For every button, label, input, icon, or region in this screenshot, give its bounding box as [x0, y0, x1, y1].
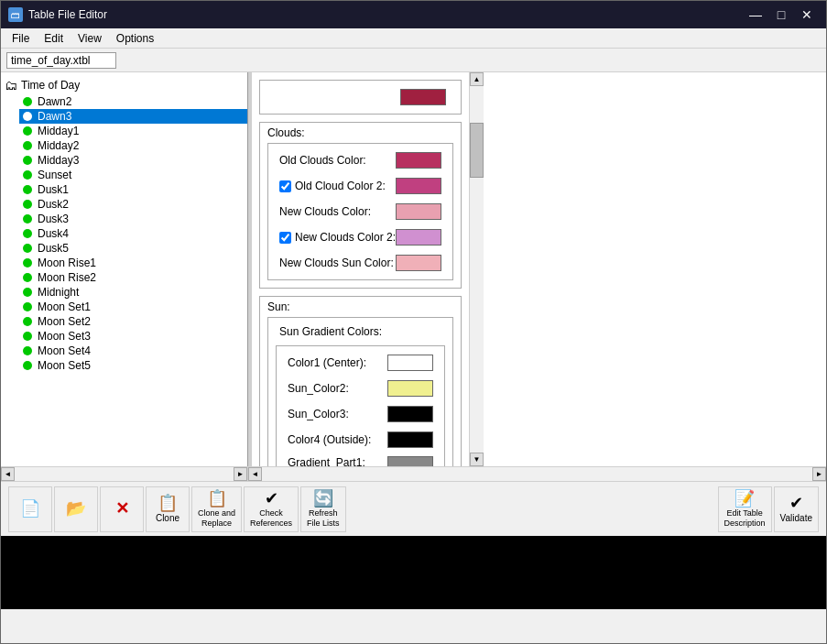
h-scroll-content-right[interactable]: ► [812, 467, 826, 481]
old-clouds-color-swatch[interactable] [396, 152, 441, 169]
tree-item-label: Moon Set2 [38, 315, 91, 328]
tree-item-label: Moon Set3 [38, 330, 91, 343]
delete-icon: ✕ [115, 500, 129, 517]
sun-color2-label: Sun_Color2: [288, 382, 387, 395]
tree-item[interactable]: Moon Set4 [19, 344, 247, 358]
h-scroll-content-left[interactable]: ◄ [248, 467, 262, 481]
tree-item-label: Moon Rise1 [38, 257, 96, 269]
color1-center-swatch[interactable] [387, 355, 433, 371]
tree-item-dot [23, 273, 32, 282]
field-old-clouds-color: Old Clouds Color: [272, 147, 449, 173]
field-new-clouds-color: New Clouds Color: [272, 199, 449, 224]
new-button[interactable]: 📄 [8, 486, 52, 532]
tree-item[interactable]: Dawn2 [19, 94, 247, 109]
tree-item-dot [23, 156, 32, 165]
tree-item-dot [23, 126, 32, 136]
old-cloud-color2-swatch[interactable] [396, 178, 441, 194]
open-button[interactable]: 📂 [54, 486, 98, 532]
tree-item[interactable]: Moon Set5 [19, 358, 247, 373]
tree-item-dot [23, 244, 32, 253]
menu-view[interactable]: View [71, 30, 109, 47]
tree-item[interactable]: Sunset [19, 168, 247, 182]
tree-item-label: Sunset [38, 169, 71, 181]
menu-options[interactable]: Options [109, 30, 161, 47]
color4-outside-swatch[interactable] [387, 431, 433, 448]
new-clouds-color2-checkbox-label[interactable]: New Clouds Color 2: [279, 231, 396, 244]
tree-items: Dawn2Dawn3Midday1Midday2Midday3SunsetDus… [1, 94, 247, 373]
scroll-up-button[interactable]: ▲ [470, 72, 484, 86]
tree-expand-icon: 🗂 [5, 78, 17, 93]
menu-file[interactable]: File [5, 30, 37, 47]
file-name-input[interactable] [6, 52, 116, 69]
gradient-part1-swatch[interactable] [387, 456, 433, 466]
tree-item[interactable]: Midday2 [19, 138, 247, 153]
tree-item[interactable]: Dusk3 [19, 212, 247, 226]
tree-item[interactable]: Dusk2 [19, 197, 247, 212]
refresh-label: RefreshFile Lists [307, 508, 340, 529]
sun-section-title: Sun: [260, 297, 461, 317]
tree-item[interactable]: Midday1 [19, 124, 247, 138]
tree-item[interactable]: Moon Set2 [19, 314, 247, 329]
maximize-button[interactable]: □ [769, 5, 793, 24]
h-scroll-left-button[interactable]: ◄ [1, 467, 15, 481]
new-clouds-color2-swatch[interactable] [396, 229, 441, 246]
scroll-thumb[interactable] [470, 123, 484, 178]
sun-gradient-section-inner: Sun Gradient Colors: Color1 (Center): Su… [267, 317, 453, 466]
tree-item-dot [23, 346, 32, 355]
menu-edit[interactable]: Edit [37, 30, 71, 47]
tree-item-label: Moon Rise2 [38, 271, 96, 284]
clone-button[interactable]: 📋 Clone [146, 486, 190, 532]
tree-item-label: Dawn2 [38, 95, 71, 108]
old-cloud-color2-label: Old Cloud Color 2: [295, 180, 386, 192]
scroll-down-button[interactable]: ▼ [470, 453, 484, 466]
delete-button[interactable]: ✕ [100, 486, 144, 532]
toolbar: 📄 📂 ✕ 📋 Clone 📋 Clone andReplace ✔ Check… [1, 481, 826, 536]
close-button[interactable]: ✕ [795, 5, 819, 24]
validate-icon: ✔ [789, 495, 803, 511]
new-clouds-color-swatch[interactable] [396, 203, 441, 220]
tree-item[interactable]: Midnight [19, 285, 247, 300]
old-cloud-color2-checkbox-label[interactable]: Old Cloud Color 2: [279, 180, 396, 192]
validate-button[interactable]: ✔ Validate [774, 486, 819, 532]
partial-color-swatch[interactable] [400, 89, 446, 105]
window-title: Table File Editor [28, 8, 107, 21]
vertical-scrollbar[interactable]: ▲ ▼ [469, 72, 484, 466]
edit-table-button[interactable]: 📝 Edit TableDescription [718, 486, 772, 532]
tree-item-label: Dusk4 [38, 227, 69, 240]
tree-item-label: Dusk5 [38, 242, 69, 255]
open-icon: 📂 [66, 500, 86, 517]
tree-item[interactable]: Moon Set1 [19, 300, 247, 314]
new-clouds-color2-checkbox[interactable] [279, 232, 291, 244]
minimize-button[interactable]: — [744, 5, 767, 24]
h-scroll-right-button[interactable]: ► [234, 467, 247, 481]
tree-item[interactable]: Dusk1 [19, 182, 247, 197]
clone-replace-label: Clone andReplace [198, 508, 235, 529]
field-sun-color2: Sun_Color2: [280, 376, 441, 401]
content-panel: Clouds: Old Clouds Color: [252, 72, 469, 466]
tree-item[interactable]: Dusk5 [19, 241, 247, 256]
tree-item[interactable]: Midday3 [19, 153, 247, 168]
sun-color3-swatch[interactable] [387, 406, 433, 422]
window: 🗃 Table File Editor — □ ✕ File Edit View… [0, 0, 827, 644]
sun-color2-swatch[interactable] [387, 380, 433, 397]
tree-item-dot [23, 214, 32, 224]
tree-item[interactable]: Moon Rise2 [19, 270, 247, 285]
tree-item[interactable]: Moon Rise1 [19, 256, 247, 270]
tree-item-label: Midnight [38, 286, 79, 299]
clone-icon: 📋 [158, 495, 178, 511]
tree-item[interactable]: Moon Set3 [19, 329, 247, 344]
tree-item[interactable]: Dawn3 [19, 109, 247, 124]
validate-label: Validate [780, 513, 812, 524]
check-references-button[interactable]: ✔ CheckReferences [244, 486, 299, 532]
old-cloud-color2-checkbox[interactable] [279, 180, 291, 192]
tree-item-dot [23, 361, 32, 370]
tree-item-label: Midday1 [38, 125, 79, 137]
new-clouds-sun-color-swatch[interactable] [396, 255, 441, 271]
tree-item[interactable]: Dusk4 [19, 226, 247, 241]
clone-replace-button[interactable]: 📋 Clone andReplace [191, 486, 242, 532]
tree-root[interactable]: 🗂 Time of Day [1, 76, 247, 94]
sun-section: Sun: Sun Gradient Colors: Color1 (Center… [259, 296, 462, 466]
refresh-button[interactable]: 🔄 RefreshFile Lists [300, 486, 346, 532]
gradient-part1-label: Gradient_Part1: [288, 456, 387, 466]
clouds-section-title: Clouds: [260, 123, 461, 143]
